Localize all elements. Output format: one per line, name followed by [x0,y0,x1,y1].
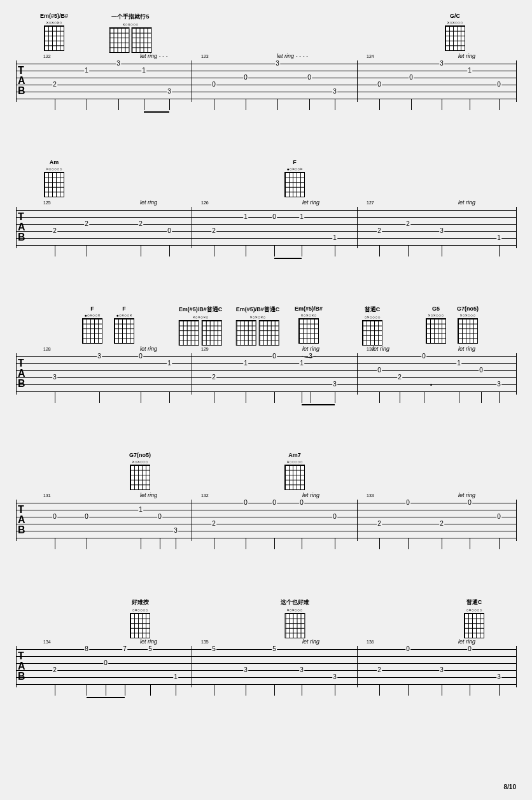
note-stem [442,245,442,256]
tab-staff: TAB1251261272220210112231 [16,207,517,248]
staff-line [17,391,516,392]
chord-block: 一个手指就行5×○×○○○ [109,13,152,53]
chord-markers: ×○×○○○ [109,22,152,27]
fret-number: 5 [211,646,216,652]
chord-block: G7(no5)×○×○○○ [129,452,151,490]
chord-block: G/C×○×○○○ [445,13,465,51]
tab-label-b: B [18,87,25,95]
chord-block: F●○×○○× [82,305,102,344]
barline [357,500,358,541]
chord-name: Em(#5)/B#普通C [179,305,223,314]
note-stem [246,245,246,256]
fret-number: 1 [243,214,248,220]
page-number: 8/10 [504,783,516,790]
let-ring-annotation: let ring [140,638,157,645]
fret-number: 1 [173,674,178,680]
note-stem [459,391,459,403]
chord-name: Am7 [284,452,305,458]
beam [274,258,302,259]
let-ring-annotation: let ring [302,638,319,645]
measure-number: 132 [201,493,209,498]
fret-number: 3 [116,60,121,67]
fret-number: 2 [84,221,89,227]
barline [192,207,192,248]
chord-diagram [362,320,382,346]
chord-markers: ×○×○○○ [129,460,151,464]
chord-row: Am×○○○○○F●○×○○×let ringlet ringlet ring [16,159,516,207]
fret-number: 2 [52,81,57,88]
chord-markers: ×○×○×○ [40,20,68,25]
note-stem [87,245,87,256]
note-stem [302,245,302,256]
fret-number: 2 [138,221,143,227]
fret-number: 1 [456,360,461,367]
fret-number: 1 [299,214,304,220]
fret-number: 0 [496,81,501,88]
barline [192,646,192,687]
staff-line [17,78,516,78]
chord-diagram [130,613,150,638]
chord-diagram [445,25,465,51]
measure-number: 127 [367,200,374,205]
fret-number: 3 [52,374,57,381]
systems-container: Em(#5)/B#×○×○×○一个手指就行5×○×○○○G/C×○×○○○let… [16,13,516,722]
chord-name: Am [44,159,64,165]
chord-diagram [132,27,152,53]
chord-markers: ○×○○○○ [362,315,382,319]
chord-diagram [202,320,222,346]
chord-block: Am×○○○○○ [44,159,64,197]
fret-number: 3 [439,667,444,673]
chord-row: Em(#5)/B#×○×○×○一个手指就行5×○×○○○G/C×○×○○○let… [16,13,516,60]
chord-block: F●○×○○× [284,159,305,197]
chord-diagram [44,172,64,197]
chord-name: Em(#5)/B# [295,305,323,312]
fret-number: 1 [243,360,248,367]
fret-number: 5 [272,646,277,652]
chord-diagram [284,172,305,197]
staff-line [17,85,516,85]
fret-number: 3 [496,381,501,388]
staff-line [17,649,516,650]
barline [357,353,358,395]
note-stem [144,99,144,110]
fret-number: 3 [173,528,178,534]
note-stem [470,684,470,696]
note-stem [55,538,55,549]
chord-markers: ●○×○○× [82,313,102,318]
barline [192,60,192,102]
fret-number: 2 [397,374,402,381]
chord-diagram [236,320,256,346]
measure-number: 122 [43,54,51,59]
note-stem [302,538,302,549]
fret-number: 0 [479,367,484,374]
tab-system: Em(#5)/B#×○×○×○一个手指就行5×○×○○○G/C×○×○○○let… [16,13,516,137]
chord-markers: ×○○○○○ [44,167,64,171]
tab-label-t: T [18,652,24,660]
chord-name: 这个也好难 [281,598,309,607]
measure-number: 131 [43,493,51,498]
chord-markers: ×○×○○○ [445,20,465,25]
chord-diagram [130,465,150,490]
chord-diagram [109,27,130,53]
fret-number: 3 [275,60,280,67]
note-stem [87,684,87,696]
fret-number: 0 [243,74,248,81]
let-ring-annotation: let ring - - - [140,53,168,59]
note-stem [274,538,275,549]
fret-number: 1 [84,67,89,74]
note-stem [99,391,100,403]
fret-number: 3 [439,60,444,67]
chord-name: G7(no5) [457,305,479,312]
tab-system: F●○×○○×F●○×○○×Em(#5)/B#普通C×○×○×○Em(#5)/B… [16,305,516,430]
fret-number: 0 [307,74,312,81]
measure-number: 136 [367,640,374,644]
tab-staff: TAB131132133001032000020200 [16,500,517,541]
let-ring-annotation: let ring [458,53,475,59]
note-stem [141,245,141,256]
note-stem [169,99,170,110]
note-stem [246,538,246,549]
let-ring-annotation: let ring [458,492,475,498]
staff-line [17,663,516,664]
let-ring-annotation: let ring [302,492,319,498]
chord-markers: ●○×○○× [284,167,305,171]
